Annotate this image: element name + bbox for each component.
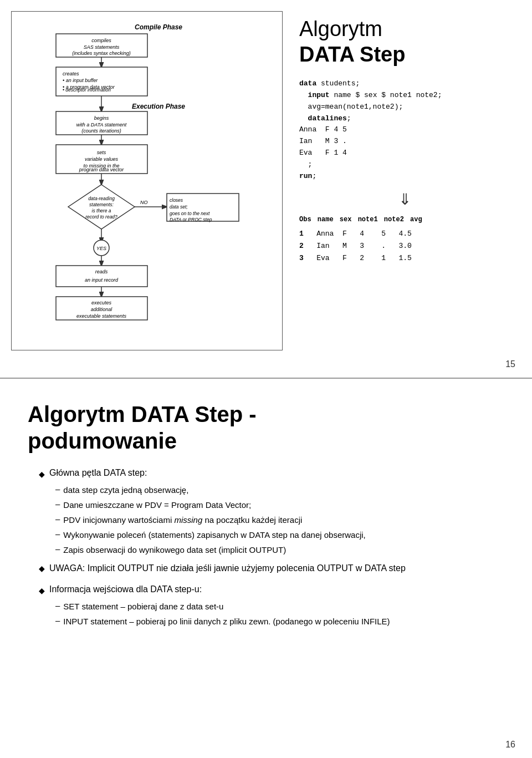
bullet-sub-7: – INPUT statement – pobieraj po linii da… — [55, 615, 504, 627]
flowchart-svg: Compile Phase compiles SAS statements (i… — [17, 17, 278, 344]
bullet-main-3: ◆ Informacja wejściowa dla DATA step-u: — [39, 584, 504, 595]
bullet-main-3-text: Informacja wejściowa dla DATA step-u: — [49, 584, 202, 594]
result-table: Obs name sex note1 note2 avg 1 Anna F 4 … — [299, 214, 510, 264]
bullet-sub-5-text: Zapis obserwacji do wynikowego data set … — [63, 544, 286, 556]
bullet-section: ◆ Główna pętla DATA step: – data step cz… — [39, 468, 504, 627]
bullet-sub-1-text: data step czyta jedną obserwację, — [63, 484, 188, 496]
diamond-icon-2: ◆ — [39, 564, 45, 573]
bullet-main-2: ◆ UWAGA: Implicit OUTPUT nie działa jeśl… — [39, 562, 504, 574]
no-label: NO — [140, 200, 148, 205]
bullet-sub-4: – Wykonywanie poleceń (statements) zapis… — [55, 529, 504, 541]
compile-phase-label: Compile Phase — [135, 23, 182, 31]
svg-text:with a DATA statement: with a DATA statement — [76, 122, 127, 128]
code-block: data students; input name $ sex $ note1 … — [299, 78, 510, 182]
svg-text:goes on to the next: goes on to the next — [170, 211, 210, 216]
bullet-main-1-text: Główna pętla DATA step: — [49, 468, 147, 478]
svg-text:• an input buffer: • an input buffer — [63, 78, 98, 83]
page2-number: 16 — [505, 740, 515, 750]
svg-text:SAS statements: SAS statements — [84, 44, 120, 50]
svg-text:program data vector: program data vector — [79, 167, 125, 172]
bullet-sub-3-text: PDV inicjownany wartościami missing na p… — [63, 514, 302, 526]
svg-text:statements:: statements: — [89, 202, 114, 207]
svg-text:data-reading: data-reading — [88, 196, 115, 201]
svg-text:• descriptor information: • descriptor information — [63, 87, 111, 93]
diamond-icon-1: ◆ — [39, 470, 45, 479]
svg-text:executable statements: executable statements — [76, 313, 127, 319]
bullet-sub-1: – data step czyta jedną obserwację, — [55, 484, 504, 496]
svg-text:an input record: an input record — [85, 277, 119, 283]
svg-text:additional: additional — [91, 307, 113, 312]
bullet-sub-7-text: INPUT statement – pobieraj po linii dany… — [63, 615, 390, 627]
node-compiles-text: compiles — [91, 38, 111, 43]
bullet-sub-4-text: Wykonywanie poleceń (statements) zapisan… — [63, 529, 365, 541]
page1-number: 15 — [505, 359, 515, 369]
svg-text:creates: creates — [63, 71, 79, 77]
page-1: Compile Phase compiles SAS statements (i… — [0, 0, 532, 379]
svg-text:closes: closes — [170, 197, 183, 203]
bullet-sub-6-text: SET statement – pobieraj dane z data set… — [63, 601, 223, 612]
bullet-sub-6: – SET statement – pobieraj dane z data s… — [55, 601, 504, 612]
bullet-sub-5: – Zapis obserwacji do wynikowego data se… — [55, 544, 504, 556]
svg-text:begins: begins — [94, 115, 109, 121]
diamond-icon-3: ◆ — [39, 586, 45, 595]
down-arrow: ⇓ — [299, 190, 510, 208]
svg-text:variable values: variable values — [85, 156, 119, 162]
svg-text:(counts iterations): (counts iterations) — [81, 128, 121, 134]
svg-text:record to read?: record to read? — [85, 214, 117, 220]
top-section: Compile Phase compiles SAS statements (i… — [11, 11, 521, 350]
bullet-main-2-text: UWAGA: Implicit OUTPUT nie działa jeśli … — [49, 562, 406, 574]
page-2: Algorytm DATA Step - podumowanie ◆ Główn… — [0, 379, 532, 758]
bullet-sub-3: – PDV inicjownany wartościami missing na… — [55, 514, 504, 526]
svg-text:data set;: data set; — [170, 204, 188, 210]
svg-text:sets: sets — [97, 150, 106, 155]
flowchart-area: Compile Phase compiles SAS statements (i… — [11, 11, 283, 350]
execution-phase-label: Execution Phase — [132, 103, 185, 110]
algo-title: Algorytm DATA Step — [299, 17, 510, 67]
yes-label: YES — [96, 246, 106, 251]
bullet-sub-2-text: Dane umieszczane w PDV = Program Data Ve… — [63, 499, 251, 511]
svg-text:DATA or PROC step: DATA or PROC step — [170, 217, 212, 222]
svg-text:is there a: is there a — [92, 208, 111, 213]
svg-text:executes: executes — [91, 300, 112, 306]
section-title: Algorytm DATA Step - podumowanie — [28, 401, 504, 454]
algo-area: Algorytm DATA Step data students; input … — [288, 11, 521, 350]
bullet-sub-2: – Dane umieszczane w PDV = Program Data … — [55, 499, 504, 511]
svg-text:(includes syntax checking): (includes syntax checking) — [72, 50, 131, 56]
bullet-main-1: ◆ Główna pętla DATA step: — [39, 468, 504, 479]
svg-text:reads: reads — [95, 269, 108, 274]
